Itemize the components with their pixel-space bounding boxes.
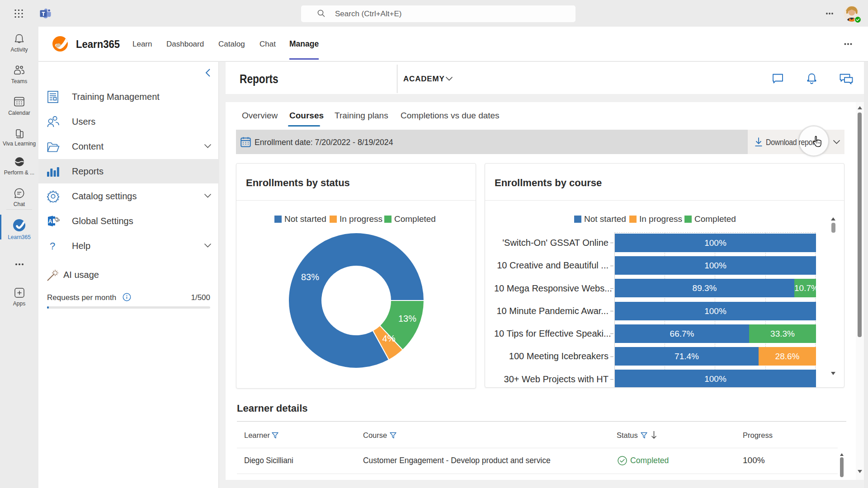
svg-text:4%: 4% bbox=[382, 333, 396, 343]
svg-text:A: A bbox=[48, 218, 52, 225]
svg-text:13%: 13% bbox=[398, 314, 416, 324]
svg-text:83%: 83% bbox=[301, 272, 319, 282]
